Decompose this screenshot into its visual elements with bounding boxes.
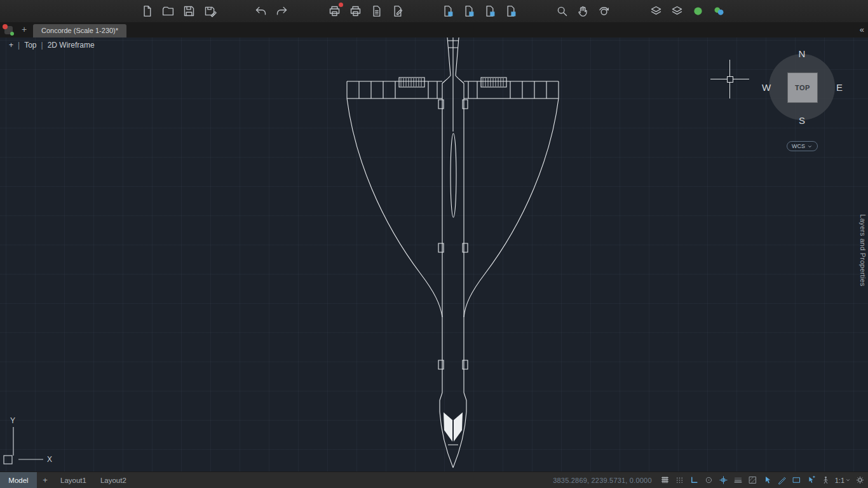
layer-states-button[interactable]: [669, 3, 684, 18]
viewport-menu-button[interactable]: +: [9, 41, 13, 50]
unsaved-dot-icon: [3, 24, 8, 29]
ucs-y-label: Y: [10, 416, 15, 425]
toolbar-group-insert: [440, 3, 518, 18]
snap-mode-toggle[interactable]: [674, 475, 685, 485]
layer-settings-button[interactable]: [711, 3, 726, 18]
redo-button[interactable]: [274, 3, 289, 18]
line-pencil-icon: [777, 475, 787, 485]
ucs-icon: Y X: [1, 414, 60, 470]
layers-icon: [670, 4, 684, 18]
person-icon: [821, 475, 831, 485]
grid-display-toggle[interactable]: [660, 475, 670, 485]
layout1-tab[interactable]: Layout1: [53, 477, 93, 484]
viewcube-south[interactable]: S: [769, 115, 835, 126]
quick-properties-toggle[interactable]: [806, 475, 817, 485]
search-button[interactable]: [554, 3, 569, 18]
open-button[interactable]: [160, 3, 175, 18]
separator: |: [41, 41, 43, 50]
model-tab[interactable]: Model: [0, 472, 37, 488]
drawing-canvas[interactable]: + | Top | 2D Wireframe N S W E TOP WCS L…: [0, 37, 868, 472]
ortho-icon: [689, 475, 699, 485]
printer-icon: [349, 4, 362, 18]
attach-xref-button[interactable]: [461, 3, 476, 18]
publish-button[interactable]: [390, 3, 405, 18]
page-pencil-icon: [391, 4, 404, 18]
viewport-controls: + | Top | 2D Wireframe: [9, 41, 95, 50]
annotation-tools-toggle[interactable]: [776, 475, 787, 485]
new-drawing-button[interactable]: +: [19, 25, 29, 35]
lines-icon: [733, 475, 743, 485]
annotation-scale-control[interactable]: 1:1: [835, 477, 851, 484]
magnifier-icon: [555, 4, 569, 18]
status-right-cluster: 3835.2869, 2239.5731, 0.0000 1:1: [553, 472, 865, 488]
crosshair-pickbox: [727, 76, 733, 83]
chevron-down-icon: [845, 477, 851, 483]
drawing-status-icon: [4, 26, 13, 34]
page-badge-icon: [462, 4, 475, 18]
viewport-toggle[interactable]: [791, 475, 802, 485]
viewcube-west[interactable]: W: [762, 82, 771, 93]
selection-cycling-toggle[interactable]: [762, 475, 773, 485]
toolbar-group-output: [327, 3, 405, 18]
gear-icon: [855, 475, 865, 485]
dots-icon: [675, 475, 684, 485]
viewcube-north[interactable]: N: [769, 48, 835, 59]
pan-button[interactable]: [575, 3, 590, 18]
snap-tracking-toggle[interactable]: [718, 475, 729, 485]
toolbar-group-layers: [648, 3, 726, 18]
orbit-icon: [597, 4, 611, 18]
page-badge-icon: [441, 4, 454, 18]
object-snap-toggle[interactable]: [703, 475, 714, 485]
toolbar-group-history: [253, 3, 289, 18]
page-badge-icon: [504, 4, 517, 18]
toolbar-group-navigate: [554, 3, 611, 18]
print-preview-button[interactable]: [348, 3, 363, 18]
layer-on-button[interactable]: [690, 3, 705, 18]
save-as-button[interactable]: [202, 3, 217, 18]
visual-style-button[interactable]: 2D Wireframe: [48, 41, 95, 50]
insert-block-button[interactable]: [440, 3, 455, 18]
attach-pdf-button[interactable]: [503, 3, 518, 18]
annotation-visibility-toggle[interactable]: [820, 475, 831, 485]
alert-badge: [339, 3, 343, 7]
attach-image-button[interactable]: [482, 3, 497, 18]
layers-properties-palette-tab[interactable]: Layers and Properties: [859, 214, 867, 287]
new-file-button[interactable]: [139, 3, 154, 18]
viewcube-east[interactable]: E: [836, 82, 843, 93]
status-dot-icon: [10, 32, 14, 36]
rect-icon: [792, 475, 801, 485]
toolbar-group-file: [139, 3, 217, 18]
layers-icon: [649, 4, 663, 18]
undo-button[interactable]: [253, 3, 268, 18]
save-button[interactable]: [181, 3, 196, 18]
annotation-scale-value: 1:1: [835, 477, 844, 484]
drawing-tab-active[interactable]: Concorde (Scale 1-230)*: [33, 24, 126, 37]
layout2-tab[interactable]: Layout2: [93, 477, 133, 484]
orbit-button[interactable]: [596, 3, 611, 18]
circle-o-icon: [704, 475, 714, 485]
circles-icon: [712, 4, 726, 18]
ortho-mode-toggle[interactable]: [689, 475, 700, 485]
plot-button[interactable]: [327, 3, 342, 18]
lineweight-toggle[interactable]: [733, 475, 743, 485]
settings-button[interactable]: [855, 475, 865, 485]
viewcube[interactable]: N S W E TOP: [769, 54, 835, 120]
hand-icon: [576, 4, 590, 18]
undo-icon: [254, 4, 268, 18]
view-control-button[interactable]: Top: [24, 41, 36, 50]
add-layout-button[interactable]: +: [37, 475, 53, 485]
floppy-pencil-icon: [203, 4, 217, 18]
coordinates-readout[interactable]: 3835.2869, 2239.5731, 0.0000: [553, 477, 651, 484]
cross-track-icon: [719, 475, 728, 485]
concorde-drawing: [0, 37, 868, 472]
layer-properties-button[interactable]: [648, 3, 663, 18]
cursor-star-icon: [806, 475, 816, 485]
page-setup-button[interactable]: [369, 3, 384, 18]
page-icon: [140, 4, 154, 18]
transparency-toggle[interactable]: [747, 475, 758, 485]
floppy-icon: [182, 4, 196, 18]
wcs-dropdown[interactable]: WCS: [787, 141, 818, 151]
viewcube-top-face[interactable]: TOP: [787, 72, 818, 103]
drawing-tabbar: + Concorde (Scale 1-230)* «: [0, 22, 868, 37]
collapse-tabbar-button[interactable]: «: [860, 25, 864, 34]
